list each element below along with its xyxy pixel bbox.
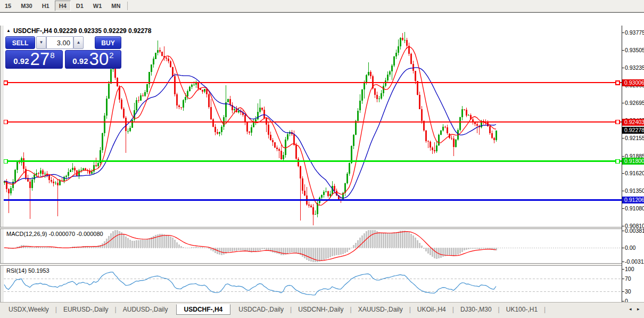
chart-title: ▲USDCHF-,H4 0.92229 0.92335 0.92229 0.92… (6, 27, 151, 35)
volume-increase-button[interactable]: ▲ (73, 36, 84, 49)
timeframe-button-W1[interactable]: W1 (89, 1, 106, 11)
tab-separator: | (544, 306, 546, 313)
macd-axis-tick (622, 262, 624, 262)
price-axis-label: 0.92695 (625, 100, 644, 106)
tab-USDCAD-,Daily[interactable]: USDCAD-,Daily (232, 305, 290, 314)
sell-price-display[interactable]: 0.92 27 8 (5, 50, 63, 69)
sell-price-big: 27 (30, 51, 50, 67)
price-tag-0.92278: 0.92278 (622, 127, 644, 134)
tab-UK100-,H1[interactable]: UK100-,H1 (500, 305, 544, 314)
collapse-panel-icon[interactable]: ▲ (6, 28, 11, 33)
macd-axis-tick (622, 248, 624, 248)
rsi-axis-label: 70 (625, 275, 631, 282)
price-axis: 0.937750.935050.932350.929650.926950.924… (622, 26, 644, 303)
timeframe-button-H4[interactable]: H4 (55, 1, 71, 11)
price-axis-label: 0.91620 (625, 170, 644, 176)
tab-DJ30-,M30[interactable]: DJ30-,M30 (454, 305, 498, 314)
volume-input[interactable] (46, 36, 73, 49)
price-axis-tick (622, 226, 624, 226)
rsi-axis-label: 30 (625, 288, 631, 295)
macd-axis-label: -0.00311 (625, 258, 644, 265)
price-axis-label: 0.93775 (625, 29, 644, 36)
tab-USDX,Weekly[interactable]: USDX,Weekly (2, 305, 55, 314)
timeframe-button-MN[interactable]: MN (107, 1, 125, 11)
tab-XAUUSD-,Daily[interactable]: XAUUSD-,Daily (352, 305, 409, 314)
price-axis-tick (622, 103, 624, 103)
sell-price-sup: 8 (50, 51, 54, 60)
price-tag-0.91206: 0.91206 (622, 197, 644, 203)
tab-UKOil-,H4[interactable]: UKOil-,H4 (411, 305, 452, 314)
price-tag-0.92403: 0.92403 (622, 119, 644, 126)
rsi-pane[interactable]: RSI(14) 50.1953 (4, 266, 622, 303)
macd-axis-label: 0.00 (625, 244, 635, 251)
volume-decrease-button[interactable]: ▼ (36, 36, 46, 49)
price-axis-label: 0.92155 (625, 135, 644, 141)
price-axis-tick (622, 32, 624, 33)
price-axis-label: 0.93235 (625, 64, 644, 71)
buy-price-prefix: 0.92 (72, 56, 88, 66)
buy-price-sup: 2 (109, 51, 113, 60)
rsi-axis-tick (622, 269, 624, 270)
timeframe-button-H1[interactable]: H1 (38, 1, 54, 11)
chart-window: MACD(12,26,9) -0.000070 -0.000080 RSI(14… (0, 12, 644, 303)
price-axis-tick (622, 156, 624, 157)
ohlc-values: 0.92229 0.92335 0.92229 0.92278 (54, 27, 152, 35)
timeframe-button-15[interactable]: 15 (1, 1, 15, 11)
toolbar-separator (127, 2, 128, 10)
triangle-up-icon: ▲ (77, 40, 81, 45)
triangle-down-icon: ▼ (39, 40, 44, 45)
price-tag-0.91800: 0.91800 (622, 158, 644, 165)
price-axis-tick (622, 191, 624, 191)
macd-pane[interactable]: MACD(12,26,9) -0.000070 -0.000080 (4, 229, 622, 263)
sell-button[interactable]: SELL (5, 36, 35, 49)
price-axis-label: 0.91080 (625, 205, 644, 211)
price-axis-tick (622, 50, 624, 51)
price-axis-tick (622, 173, 624, 174)
tabs-scroll-right-icon[interactable]: ▸ (637, 306, 640, 312)
price-axis-label: 0.93505 (625, 47, 644, 53)
tab-USDCHF-,H4[interactable]: USDCHF-,H4 (176, 304, 231, 315)
timeframe-toolbar: 15M30H1H4D1W1MN (0, 0, 644, 12)
buy-price-display[interactable]: 0.92 30 2 (65, 50, 121, 69)
tab-EURUSD-,Daily[interactable]: EURUSD-,Daily (57, 305, 115, 314)
rsi-axis-tick (622, 291, 624, 292)
rsi-label: RSI(14) 50.1953 (6, 267, 49, 274)
sell-price-prefix: 0.92 (13, 56, 29, 66)
price-axis-label: 0.91350 (625, 187, 644, 194)
one-click-trading-panel: SELL ▼ ▲ BUY 0.92 27 8 0.92 30 2 (5, 36, 121, 69)
symbol-name: USDCHF-,H4 (13, 27, 52, 35)
rsi-axis-label: 100 (625, 266, 634, 272)
buy-price-big: 30 (89, 51, 109, 67)
timeframe-button-M30[interactable]: M30 (16, 1, 36, 11)
macd-label: MACD(12,26,9) -0.000070 -0.000080 (6, 231, 103, 237)
trading-platform-window: 15M30H1H4D1W1MN MACD(12,26,9) -0.000070 … (0, 0, 644, 318)
price-tag-0.93006: 0.93006 (622, 79, 644, 86)
tab-AUDUSD-,Daily[interactable]: AUDUSD-,Daily (117, 305, 175, 314)
price-axis-tick (622, 138, 624, 138)
rsi-axis-tick (622, 279, 624, 279)
tab-USDCNH-,Daily[interactable]: USDCNH-,Daily (292, 305, 350, 314)
macd-axis-tick (622, 231, 624, 231)
price-axis-tick (622, 208, 624, 209)
macd-axis-label: 0.003811 (625, 227, 644, 234)
timeframe-button-D1[interactable]: D1 (72, 1, 88, 11)
buy-button[interactable]: BUY (95, 36, 121, 49)
tabs-scroll-left-icon[interactable]: ◂ (629, 306, 632, 312)
chart-tab-bar: USDX,Weekly|EURUSD-,Daily|AUDUSD-,Daily|… (0, 302, 644, 318)
price-axis-tick (622, 68, 624, 68)
rsi-axis-tick (622, 301, 624, 301)
